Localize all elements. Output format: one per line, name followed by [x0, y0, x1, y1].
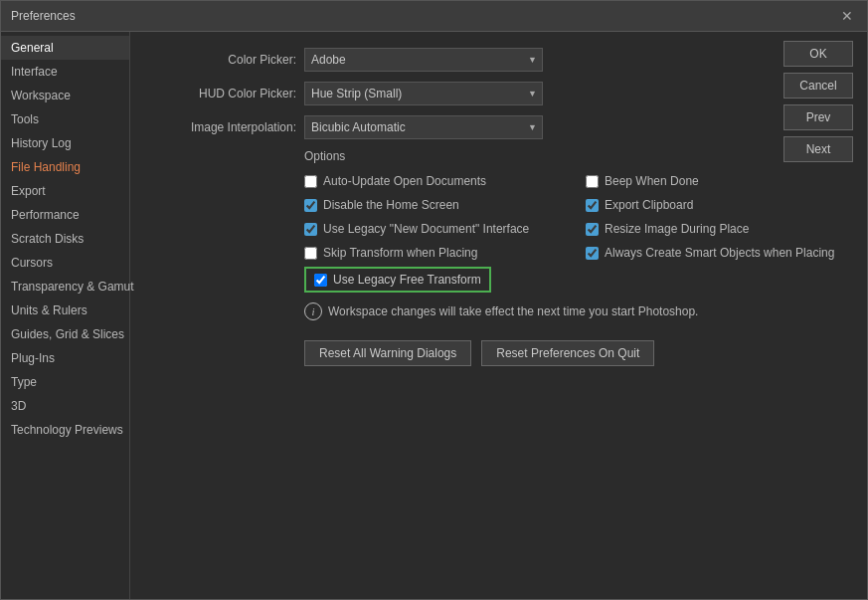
sidebar-item-performance[interactable]: Performance — [1, 203, 129, 227]
preferences-dialog: Preferences ✕ GeneralInterfaceWorkspaceT… — [0, 0, 868, 600]
workspace-note: i Workspace changes will take effect the… — [304, 302, 847, 320]
color-picker-select-wrapper: Adobe — [304, 48, 543, 72]
home-screen-checkbox[interactable] — [304, 199, 317, 212]
legacy-transform-highlight-box: Use Legacy Free Transform — [304, 267, 491, 293]
hud-color-picker-select-wrapper: Hue Strip (Small) — [304, 82, 543, 105]
legacy-transform-row: Use Legacy Free Transform — [304, 267, 847, 293]
checkbox-beep: Beep When Done — [586, 171, 847, 191]
sidebar-item-export[interactable]: Export — [1, 179, 129, 203]
workspace-note-text: Workspace changes will take effect the n… — [328, 304, 698, 318]
export-clipboard-label[interactable]: Export Clipboard — [605, 198, 693, 212]
beep-checkbox[interactable] — [586, 175, 599, 188]
prev-button[interactable]: Prev — [783, 104, 853, 130]
title-bar: Preferences ✕ — [1, 1, 867, 32]
reset-preferences-button[interactable]: Reset Preferences On Quit — [481, 340, 654, 366]
sidebar-item-plug-ins[interactable]: Plug-Ins — [1, 346, 129, 370]
sidebar-item-workspace[interactable]: Workspace — [1, 84, 129, 107]
image-interpolation-row: Image Interpolation: Bicubic Automatic — [150, 115, 847, 139]
resize-image-label[interactable]: Resize Image During Place — [605, 222, 749, 236]
sidebar-item-scratch-disks[interactable]: Scratch Disks — [1, 227, 129, 251]
sidebar-item-technology-previews[interactable]: Technology Previews — [1, 418, 129, 442]
main-area: Color Picker: Adobe HUD Color Picker: Hu… — [130, 32, 867, 599]
sidebar-item-history-log[interactable]: History Log — [1, 131, 129, 155]
checkbox-legacy-new-doc: Use Legacy "New Document" Interface — [304, 219, 566, 239]
auto-update-checkbox[interactable] — [304, 175, 317, 188]
checkbox-home-screen: Disable the Home Screen — [304, 195, 566, 215]
skip-transform-checkbox[interactable] — [304, 247, 317, 260]
home-screen-label[interactable]: Disable the Home Screen — [323, 198, 459, 212]
sidebar-item-units---rulers[interactable]: Units & Rulers — [1, 299, 129, 322]
color-picker-label: Color Picker: — [150, 53, 304, 67]
sidebar-item-interface[interactable]: Interface — [1, 60, 129, 84]
sidebar-item-type[interactable]: Type — [1, 370, 129, 394]
cancel-button[interactable]: Cancel — [783, 73, 853, 99]
image-interpolation-label: Image Interpolation: — [150, 120, 304, 134]
sidebar-item-transparency---gamut[interactable]: Transparency & Gamut — [1, 275, 129, 299]
sidebar: GeneralInterfaceWorkspaceToolsHistory Lo… — [1, 32, 130, 599]
image-interpolation-select-wrapper: Bicubic Automatic — [304, 115, 543, 139]
options-section-label: Options — [304, 149, 847, 163]
sidebar-item-tools[interactable]: Tools — [1, 107, 129, 131]
dialog-title: Preferences — [11, 9, 76, 23]
image-interpolation-select[interactable]: Bicubic Automatic — [304, 115, 543, 139]
close-button[interactable]: ✕ — [837, 7, 857, 25]
sidebar-item-file-handling[interactable]: File Handling — [1, 155, 129, 179]
smart-objects-label[interactable]: Always Create Smart Objects when Placing — [605, 246, 834, 260]
options-grid: Auto-Update Open Documents Beep When Don… — [304, 171, 847, 263]
color-picker-row: Color Picker: Adobe — [150, 48, 847, 72]
export-clipboard-checkbox[interactable] — [586, 199, 599, 212]
checkbox-smart-objects: Always Create Smart Objects when Placing — [586, 243, 847, 263]
legacy-transform-checkbox[interactable] — [314, 274, 327, 287]
checkbox-skip-transform: Skip Transform when Placing — [304, 243, 566, 263]
ok-button[interactable]: OK — [783, 41, 853, 67]
content-area: GeneralInterfaceWorkspaceToolsHistory Lo… — [1, 32, 867, 599]
skip-transform-label[interactable]: Skip Transform when Placing — [323, 246, 477, 260]
legacy-new-doc-label[interactable]: Use Legacy "New Document" Interface — [323, 222, 529, 236]
color-picker-select[interactable]: Adobe — [304, 48, 543, 72]
info-icon: i — [304, 302, 322, 320]
next-button[interactable]: Next — [783, 136, 853, 162]
resize-image-checkbox[interactable] — [586, 223, 599, 236]
sidebar-item-cursors[interactable]: Cursors — [1, 251, 129, 275]
reset-warnings-button[interactable]: Reset All Warning Dialogs — [304, 340, 471, 366]
auto-update-label[interactable]: Auto-Update Open Documents — [323, 174, 486, 188]
checkbox-export-clipboard: Export Clipboard — [586, 195, 847, 215]
action-buttons-row: Reset All Warning Dialogs Reset Preferen… — [304, 340, 847, 366]
hud-color-picker-select[interactable]: Hue Strip (Small) — [304, 82, 543, 105]
smart-objects-checkbox[interactable] — [586, 247, 599, 260]
sidebar-item-3d[interactable]: 3D — [1, 394, 129, 418]
checkbox-auto-update: Auto-Update Open Documents — [304, 171, 566, 191]
hud-color-picker-row: HUD Color Picker: Hue Strip (Small) — [150, 82, 847, 105]
checkbox-resize-image: Resize Image During Place — [586, 219, 847, 239]
right-button-group: OK Cancel Prev Next — [783, 41, 853, 162]
hud-color-picker-label: HUD Color Picker: — [150, 87, 304, 100]
legacy-new-doc-checkbox[interactable] — [304, 223, 317, 236]
beep-label[interactable]: Beep When Done — [605, 174, 699, 188]
legacy-transform-label[interactable]: Use Legacy Free Transform — [333, 273, 481, 287]
sidebar-item-general[interactable]: General — [1, 36, 129, 60]
sidebar-item-guides--grid---slices[interactable]: Guides, Grid & Slices — [1, 322, 129, 346]
